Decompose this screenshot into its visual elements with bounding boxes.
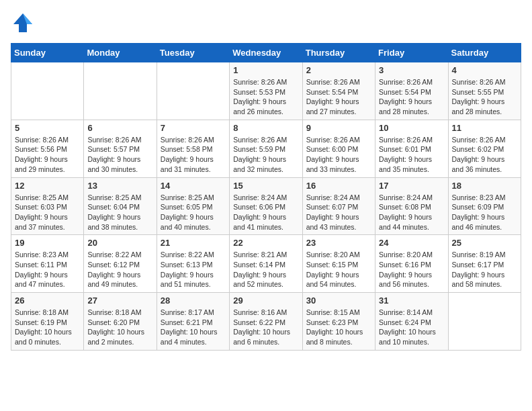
- calendar-cell: 7Sunrise: 8:26 AMSunset: 5:58 PMDaylight…: [157, 120, 229, 177]
- day-info: Sunrise: 8:17 AMSunset: 6:21 PMDaylight:…: [161, 308, 226, 347]
- day-info: Sunrise: 8:26 AMSunset: 5:58 PMDaylight:…: [161, 135, 226, 175]
- calendar-cell: 8Sunrise: 8:26 AMSunset: 5:59 PMDaylight…: [230, 120, 302, 177]
- day-number: 6: [87, 123, 152, 133]
- calendar-cell: [157, 62, 229, 120]
- calendar-cell: 27Sunrise: 8:18 AMSunset: 6:20 PMDayligh…: [84, 293, 157, 351]
- calendar-cell: 25Sunrise: 8:19 AMSunset: 6:17 PMDayligh…: [448, 235, 521, 293]
- day-number: 2: [306, 65, 371, 75]
- day-number: 28: [161, 295, 226, 306]
- calendar-cell: 4Sunrise: 8:26 AMSunset: 5:55 PMDaylight…: [448, 62, 521, 120]
- logo-icon: [11, 11, 35, 35]
- day-number: 19: [15, 238, 80, 248]
- calendar-cell: 5Sunrise: 8:26 AMSunset: 5:56 PMDaylight…: [11, 120, 84, 177]
- day-info: Sunrise: 8:25 AMSunset: 6:03 PMDaylight:…: [15, 193, 80, 232]
- logo: [11, 11, 38, 35]
- day-info: Sunrise: 8:25 AMSunset: 6:05 PMDaylight:…: [161, 193, 226, 232]
- calendar-cell: 11Sunrise: 8:26 AMSunset: 6:02 PMDayligh…: [448, 120, 521, 177]
- calendar-cell: 18Sunrise: 8:23 AMSunset: 6:09 PMDayligh…: [448, 177, 521, 235]
- weekday-header-wednesday: Wednesday: [230, 44, 302, 62]
- day-number: 9: [306, 123, 371, 133]
- calendar-week-4: 19Sunrise: 8:23 AMSunset: 6:11 PMDayligh…: [11, 235, 521, 293]
- day-number: 11: [452, 123, 517, 133]
- day-number: 20: [87, 238, 152, 248]
- day-number: 21: [161, 238, 226, 248]
- day-number: 4: [452, 65, 517, 75]
- calendar-cell: 21Sunrise: 8:22 AMSunset: 6:13 PMDayligh…: [157, 235, 229, 293]
- calendar-cell: 22Sunrise: 8:21 AMSunset: 6:14 PMDayligh…: [230, 235, 302, 293]
- calendar-week-2: 5Sunrise: 8:26 AMSunset: 5:56 PMDaylight…: [11, 120, 521, 177]
- calendar-cell: 6Sunrise: 8:26 AMSunset: 5:57 PMDaylight…: [84, 120, 157, 177]
- calendar-cell: 20Sunrise: 8:22 AMSunset: 6:12 PMDayligh…: [84, 235, 157, 293]
- day-info: Sunrise: 8:26 AMSunset: 6:00 PMDaylight:…: [306, 135, 371, 175]
- calendar-cell: 13Sunrise: 8:25 AMSunset: 6:04 PMDayligh…: [84, 177, 157, 235]
- day-number: 23: [306, 238, 371, 248]
- weekday-header-monday: Monday: [84, 44, 157, 62]
- calendar-cell: 31Sunrise: 8:14 AMSunset: 6:24 PMDayligh…: [375, 293, 448, 351]
- calendar-cell: 19Sunrise: 8:23 AMSunset: 6:11 PMDayligh…: [11, 235, 84, 293]
- calendar-body: 1Sunrise: 8:26 AMSunset: 5:53 PMDaylight…: [11, 62, 521, 351]
- day-info: Sunrise: 8:23 AMSunset: 6:09 PMDaylight:…: [452, 193, 517, 232]
- day-info: Sunrise: 8:22 AMSunset: 6:13 PMDaylight:…: [161, 250, 226, 289]
- day-number: 5: [15, 123, 80, 133]
- day-info: Sunrise: 8:24 AMSunset: 6:06 PMDaylight:…: [233, 193, 298, 232]
- day-number: 17: [379, 181, 444, 191]
- calendar-cell: 2Sunrise: 8:26 AMSunset: 5:54 PMDaylight…: [302, 62, 375, 120]
- day-info: Sunrise: 8:20 AMSunset: 6:15 PMDaylight:…: [306, 250, 371, 289]
- day-number: 24: [379, 238, 444, 248]
- weekday-header-friday: Friday: [375, 44, 448, 62]
- day-info: Sunrise: 8:15 AMSunset: 6:23 PMDaylight:…: [306, 308, 371, 347]
- day-info: Sunrise: 8:14 AMSunset: 6:24 PMDaylight:…: [379, 308, 444, 347]
- calendar-table: SundayMondayTuesdayWednesdayThursdayFrid…: [11, 43, 521, 351]
- calendar-cell: 3Sunrise: 8:26 AMSunset: 5:54 PMDaylight…: [375, 62, 448, 120]
- day-number: 12: [15, 181, 80, 191]
- calendar-cell: 30Sunrise: 8:15 AMSunset: 6:23 PMDayligh…: [302, 293, 375, 351]
- day-number: 29: [233, 295, 298, 306]
- calendar-cell: [11, 62, 84, 120]
- weekday-header-sunday: Sunday: [11, 44, 84, 62]
- day-info: Sunrise: 8:26 AMSunset: 5:54 PMDaylight:…: [306, 77, 371, 117]
- day-info: Sunrise: 8:23 AMSunset: 6:11 PMDaylight:…: [15, 250, 80, 289]
- day-info: Sunrise: 8:26 AMSunset: 6:02 PMDaylight:…: [452, 135, 517, 175]
- day-info: Sunrise: 8:26 AMSunset: 5:57 PMDaylight:…: [87, 135, 152, 175]
- day-info: Sunrise: 8:24 AMSunset: 6:07 PMDaylight:…: [306, 193, 371, 232]
- calendar-cell: 14Sunrise: 8:25 AMSunset: 6:05 PMDayligh…: [157, 177, 229, 235]
- calendar-cell: [448, 293, 521, 351]
- day-number: 7: [161, 123, 226, 133]
- day-number: 30: [306, 295, 371, 306]
- day-number: 31: [379, 295, 444, 306]
- day-number: 15: [233, 181, 298, 191]
- page-header: [11, 11, 521, 35]
- day-info: Sunrise: 8:22 AMSunset: 6:12 PMDaylight:…: [87, 250, 152, 289]
- calendar-cell: 15Sunrise: 8:24 AMSunset: 6:06 PMDayligh…: [230, 177, 302, 235]
- day-number: 14: [161, 181, 226, 191]
- calendar-cell: 16Sunrise: 8:24 AMSunset: 6:07 PMDayligh…: [302, 177, 375, 235]
- calendar-cell: 10Sunrise: 8:26 AMSunset: 6:01 PMDayligh…: [375, 120, 448, 177]
- day-info: Sunrise: 8:26 AMSunset: 6:01 PMDaylight:…: [379, 135, 444, 175]
- calendar-cell: 26Sunrise: 8:18 AMSunset: 6:19 PMDayligh…: [11, 293, 84, 351]
- day-number: 3: [379, 65, 444, 75]
- calendar-week-1: 1Sunrise: 8:26 AMSunset: 5:53 PMDaylight…: [11, 62, 521, 120]
- day-info: Sunrise: 8:16 AMSunset: 6:22 PMDaylight:…: [233, 308, 298, 347]
- day-number: 16: [306, 181, 371, 191]
- day-info: Sunrise: 8:20 AMSunset: 6:16 PMDaylight:…: [379, 250, 444, 289]
- day-number: 18: [452, 181, 517, 191]
- day-info: Sunrise: 8:26 AMSunset: 5:54 PMDaylight:…: [379, 77, 444, 117]
- calendar-cell: 9Sunrise: 8:26 AMSunset: 6:00 PMDaylight…: [302, 120, 375, 177]
- day-number: 8: [233, 123, 298, 133]
- day-info: Sunrise: 8:25 AMSunset: 6:04 PMDaylight:…: [87, 193, 152, 232]
- day-number: 27: [87, 295, 152, 306]
- day-info: Sunrise: 8:26 AMSunset: 5:53 PMDaylight:…: [233, 77, 298, 117]
- calendar-cell: 29Sunrise: 8:16 AMSunset: 6:22 PMDayligh…: [230, 293, 302, 351]
- calendar-cell: 1Sunrise: 8:26 AMSunset: 5:53 PMDaylight…: [230, 62, 302, 120]
- calendar-cell: 17Sunrise: 8:24 AMSunset: 6:08 PMDayligh…: [375, 177, 448, 235]
- day-info: Sunrise: 8:26 AMSunset: 5:55 PMDaylight:…: [452, 77, 517, 117]
- calendar-week-3: 12Sunrise: 8:25 AMSunset: 6:03 PMDayligh…: [11, 177, 521, 235]
- calendar-cell: 28Sunrise: 8:17 AMSunset: 6:21 PMDayligh…: [157, 293, 229, 351]
- calendar-week-5: 26Sunrise: 8:18 AMSunset: 6:19 PMDayligh…: [11, 293, 521, 351]
- day-info: Sunrise: 8:18 AMSunset: 6:20 PMDaylight:…: [87, 308, 152, 347]
- day-number: 22: [233, 238, 298, 248]
- calendar-cell: 24Sunrise: 8:20 AMSunset: 6:16 PMDayligh…: [375, 235, 448, 293]
- day-info: Sunrise: 8:24 AMSunset: 6:08 PMDaylight:…: [379, 193, 444, 232]
- day-number: 26: [15, 295, 80, 306]
- day-number: 25: [452, 238, 517, 248]
